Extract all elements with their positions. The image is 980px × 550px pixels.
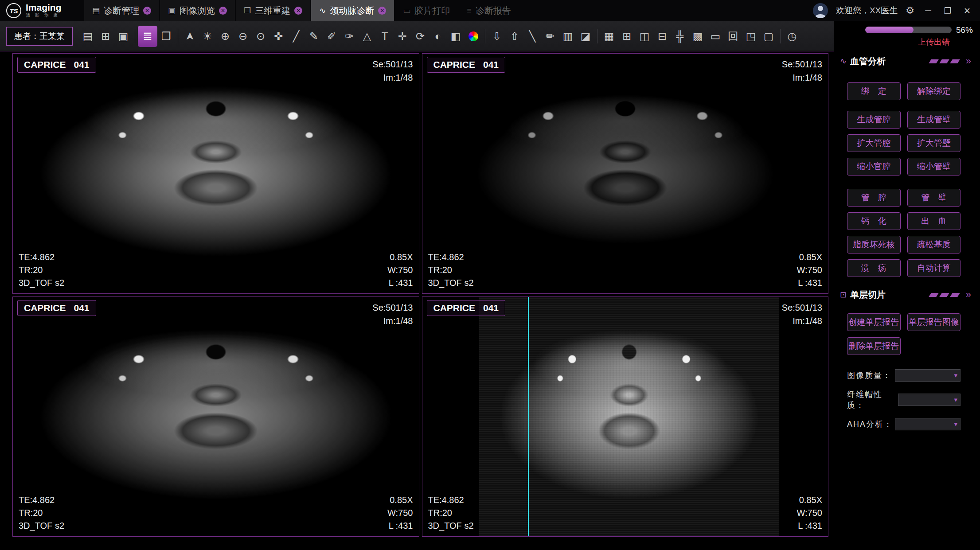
layout-dashed-icon[interactable]: ▢	[760, 26, 777, 47]
rotate-icon[interactable]: ⟳	[411, 26, 429, 47]
vessel-btn-1-0[interactable]: 生成管腔	[847, 111, 901, 129]
vessel-btn-1-1[interactable]: 生成管壁	[907, 111, 961, 129]
vessel-btn-2-7[interactable]: 自动计算	[907, 259, 961, 277]
dropdown-arrow-icon: ▾	[954, 371, 957, 379]
layers-icon[interactable]: ≣	[138, 26, 157, 47]
vessel-btn-1-3[interactable]: 扩大管壁	[907, 134, 961, 152]
vessel-btn-2-4[interactable]: 脂质坏死核	[847, 236, 901, 254]
line-measure-icon[interactable]: ╱	[287, 26, 305, 47]
vessel-btn-2-3[interactable]: 出 血	[907, 212, 961, 230]
brightness-icon[interactable]: ☀	[199, 26, 216, 47]
welcome-text: 欢迎您，XX医生	[836, 5, 898, 16]
display-info: 0.85XW:750L :431	[797, 494, 822, 532]
viewport-top-left[interactable]: CAPRICE041 Se:501/13Im:1/48 TE:4.862TR:2…	[12, 53, 419, 294]
layout-grid-plus-icon[interactable]: ▩	[689, 26, 707, 47]
tab-3d-rebuild[interactable]: ❒三维重建✕	[236, 0, 310, 21]
patient-name-field[interactable]: 患者：王某某	[6, 27, 73, 46]
vessel-btn-1-2[interactable]: 扩大管腔	[847, 134, 901, 152]
vessel-btn-1-4[interactable]: 缩小官腔	[847, 158, 901, 176]
viewport-bottom-right[interactable]: CAPRICE041 Se:501/13Im:1/48 TE:4.862TR:2…	[422, 296, 829, 537]
minimize-button[interactable]: ─	[922, 6, 934, 16]
invert-icon[interactable]: ◐	[429, 26, 447, 47]
vessel-btn-0-1[interactable]: 解除绑定	[907, 82, 961, 100]
curve-measure-icon[interactable]: ✑	[340, 26, 358, 47]
slice-panel-body: 创建单层报告单层报告图像删除单层报告 图像质量：▾纤维帽性质：▾AHA分析：▾	[836, 313, 974, 430]
slice-btn-1[interactable]: 单层报告图像	[907, 313, 961, 331]
crosshair-line[interactable]	[528, 297, 529, 537]
vessel-btn-2-0[interactable]: 管 腔	[847, 189, 901, 207]
gallery-icon[interactable]: ▣	[114, 26, 132, 47]
roi-add-icon[interactable]: ✛	[394, 26, 411, 47]
pen-annotate-icon[interactable]: ✐	[323, 26, 340, 47]
viewport-top-right[interactable]: CAPRICE041 Se:501/13Im:1/48 TE:4.862TR:2…	[422, 53, 829, 294]
layout-thumb-icon[interactable]: ◳	[742, 26, 760, 47]
waveform-icon: ∿	[319, 6, 326, 16]
save-series-icon[interactable]: ▤	[79, 26, 97, 47]
layout-vsplit-icon[interactable]: ◫	[636, 26, 653, 47]
draw-pen-icon[interactable]: ✏	[541, 26, 559, 47]
tab-close-icon[interactable]: ✕	[294, 7, 302, 15]
pan-icon[interactable]: ✜	[269, 26, 287, 47]
image-settings-icon[interactable]: ◪	[577, 26, 594, 47]
gear-icon[interactable]: ⚙	[906, 5, 914, 16]
layout-grid9-icon[interactable]: ▦	[600, 26, 618, 47]
window-level-icon[interactable]: ◧	[447, 26, 465, 47]
slice-field-dropdown-2[interactable]: ▾	[895, 418, 960, 430]
export-icon[interactable]: ⇧	[506, 26, 523, 47]
slice-buttons: 创建单层报告单层报告图像删除单层报告	[847, 313, 960, 355]
slice-btn-2[interactable]: 删除单层报告	[847, 337, 901, 355]
tab-label: 三维重建	[255, 5, 290, 17]
pencil-annotate-icon[interactable]: ✎	[305, 26, 323, 47]
acquisition-info: TE:4.862TR:203D_TOF s2	[19, 251, 64, 289]
report-doc-icon[interactable]: ▥	[559, 26, 577, 47]
text-annotate-icon[interactable]: T	[376, 26, 394, 47]
upload-error-text[interactable]: 上传出错	[918, 37, 950, 47]
vessel-btn-2-6[interactable]: 溃 疡	[847, 259, 901, 277]
mri-image[interactable]	[422, 54, 828, 293]
pointer-icon[interactable]: ➤	[180, 27, 200, 45]
import-icon[interactable]: ⇩	[488, 26, 506, 47]
slice-field-dropdown-0[interactable]: ▾	[895, 369, 960, 382]
cube-3d-icon[interactable]: ❒	[157, 26, 175, 47]
layout-quad-icon[interactable]: ╬	[671, 26, 689, 47]
logo-icon: TS	[6, 3, 21, 18]
slice-fields: 图像质量：▾纤维帽性质：▾AHA分析：▾	[847, 369, 960, 430]
mri-image[interactable]	[13, 54, 419, 293]
tab-close-icon[interactable]: ✕	[219, 7, 227, 15]
vessel-btn-2-5[interactable]: 疏松基质	[907, 236, 961, 254]
layout-grid4-icon[interactable]: ⊞	[618, 26, 636, 47]
vessel-btn-1-5[interactable]: 缩小管壁	[907, 158, 961, 176]
layout-single-icon[interactable]: ▭	[707, 26, 724, 47]
angle-measure-icon[interactable]: △	[358, 26, 376, 47]
slice-btn-0[interactable]: 创建单层报告	[847, 313, 901, 331]
draw-line-icon[interactable]: ╲	[523, 26, 541, 47]
zoom-out-icon[interactable]: ⊖	[234, 26, 252, 47]
tab-carotid-diagnosis[interactable]: ∿颈动脉诊断✕	[311, 0, 394, 21]
vessel-buttons: 绑 定解除绑定生成管腔生成管壁扩大管腔扩大管壁缩小官腔缩小管壁管 腔管 壁钙 化…	[836, 82, 974, 277]
region-zoom-icon[interactable]: ⊙	[252, 26, 269, 47]
mri-image[interactable]	[479, 297, 779, 537]
tab-image-browse[interactable]: ▣图像浏览✕	[160, 0, 235, 21]
mri-image[interactable]	[13, 297, 419, 537]
open-study-icon[interactable]: ⊞	[97, 26, 114, 47]
close-button[interactable]: ✕	[961, 6, 973, 16]
tab-diagnosis-manage[interactable]: ▤诊断管理✕	[84, 0, 159, 21]
vessel-btn-0-0[interactable]: 绑 定	[847, 82, 901, 100]
viewport-bottom-left[interactable]: CAPRICE041 Se:501/13Im:1/48 TE:4.862TR:2…	[12, 296, 419, 537]
tab-label: 颈动脉诊断	[330, 5, 374, 17]
layout-hsplit-icon[interactable]: ⊟	[653, 26, 671, 47]
tab-close-icon[interactable]: ✕	[143, 7, 151, 15]
collapse-chevron-icon[interactable]: »	[966, 290, 971, 300]
vessel-btn-2-2[interactable]: 钙 化	[847, 212, 901, 230]
tab-close-icon[interactable]: ✕	[378, 7, 386, 15]
maximize-button[interactable]: ❐	[942, 6, 953, 16]
vessel-btn-2-1[interactable]: 管 壁	[907, 189, 961, 207]
header-decoration	[930, 293, 959, 297]
zoom-in-icon[interactable]: ⊕	[216, 26, 234, 47]
layout-pip-icon[interactable]: 回	[724, 26, 742, 47]
user-avatar[interactable]	[813, 3, 828, 18]
collapse-chevron-icon[interactable]: »	[966, 56, 971, 66]
history-icon[interactable]: ◷	[783, 26, 801, 47]
slice-field-dropdown-1[interactable]: ▾	[898, 394, 960, 406]
colorwheel-icon[interactable]	[465, 26, 482, 47]
